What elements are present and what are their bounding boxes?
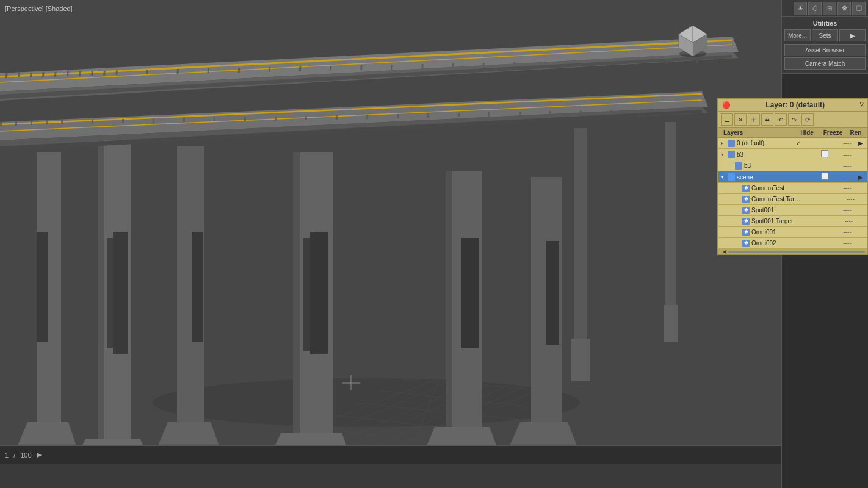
status-bar: 1 / 100 ▶ bbox=[0, 445, 781, 464]
layer-name: Omni002 bbox=[751, 240, 786, 246]
layer-render-col: ---- bbox=[838, 174, 856, 181]
sun-icon[interactable]: ☀ bbox=[794, 2, 807, 15]
svg-rect-71 bbox=[336, 115, 338, 120]
layer-type-icon: � bbox=[742, 240, 750, 247]
layer-arrow: ▶ bbox=[856, 140, 865, 146]
layer-row[interactable]: � Omni002 ---- bbox=[718, 238, 867, 249]
layer-row[interactable]: ▾ b3 ---- bbox=[718, 149, 867, 160]
layer-panel-toolbar: ☰ ✕ ✛ ⬌ ↶ ↷ ⟳ bbox=[718, 112, 867, 128]
layer-tool-delete[interactable]: ✕ bbox=[734, 113, 747, 126]
layer-tool-refresh[interactable]: ☰ bbox=[721, 113, 733, 126]
layer-tool-add[interactable]: ✛ bbox=[748, 113, 760, 126]
layer-row[interactable]: ▸ 0 (default) ✓ ---- ▶ bbox=[718, 138, 867, 149]
svg-marker-112 bbox=[510, 422, 576, 444]
layer-expand-icon: ▸ bbox=[721, 140, 727, 146]
header-hide: Hide bbox=[795, 129, 819, 136]
layer-row[interactable]: ▾ scene ---- ▶ bbox=[718, 171, 867, 183]
svg-rect-70 bbox=[305, 116, 307, 120]
svg-rect-107 bbox=[192, 232, 203, 342]
sets-button[interactable]: Sets bbox=[812, 29, 838, 41]
svg-rect-69 bbox=[275, 117, 277, 121]
layer-type-icon bbox=[735, 162, 742, 170]
svg-marker-108 bbox=[159, 422, 219, 444]
status-separator: / bbox=[13, 451, 15, 459]
svg-rect-18 bbox=[665, 122, 676, 305]
grid-icon[interactable]: ⊞ bbox=[823, 2, 836, 15]
svg-rect-61 bbox=[46, 120, 48, 124]
svg-rect-72 bbox=[366, 115, 368, 119]
extra-button[interactable]: ▶ bbox=[839, 29, 866, 41]
layer-tool-move[interactable]: ⬌ bbox=[761, 113, 773, 126]
layer-name: Omni001 bbox=[751, 229, 786, 235]
layer-row[interactable]: � Spot001.Target ---- bbox=[718, 216, 867, 227]
layer-render-col: ---- bbox=[838, 207, 856, 214]
scrollbar-track[interactable] bbox=[728, 251, 865, 253]
svg-rect-20 bbox=[574, 128, 587, 342]
svg-rect-76 bbox=[488, 112, 490, 117]
settings-icon[interactable]: ⚙ bbox=[837, 2, 851, 15]
layer-list: ▸ 0 (default) ✓ ---- ▶ ▾ b3 ---- bbox=[718, 138, 867, 249]
asset-browser-button[interactable]: Asset Browser bbox=[784, 44, 866, 56]
toggle-icon[interactable]: ❑ bbox=[852, 2, 866, 15]
hex-icon[interactable]: ⬡ bbox=[808, 2, 822, 15]
layer-row[interactable]: � Spot001 ---- bbox=[718, 205, 867, 216]
layer-tool-redo[interactable]: ↷ bbox=[788, 113, 800, 126]
layer-hide-col: ✓ bbox=[786, 140, 811, 146]
status-total: 100 bbox=[20, 451, 31, 459]
utilities-header: Utilities bbox=[784, 20, 866, 27]
svg-rect-74 bbox=[427, 113, 429, 118]
svg-rect-75 bbox=[458, 113, 460, 117]
layer-row[interactable]: � Omni001 ---- bbox=[718, 227, 867, 238]
svg-rect-103 bbox=[37, 232, 48, 342]
svg-rect-66 bbox=[183, 118, 185, 122]
svg-rect-65 bbox=[153, 118, 154, 123]
layer-type-icon: � bbox=[742, 218, 750, 225]
viewport-label: [Perspective] [Shaded] bbox=[5, 5, 73, 12]
svg-rect-19 bbox=[664, 305, 678, 342]
layer-row[interactable]: � CameraTest.Tar… ---- bbox=[718, 194, 867, 205]
svg-rect-92 bbox=[293, 152, 300, 439]
layer-panel-icon: 🔴 bbox=[722, 101, 731, 109]
svg-rect-94 bbox=[303, 238, 310, 351]
layer-render-col: ---- bbox=[838, 185, 856, 192]
layer-scrollbar[interactable]: ◀ bbox=[718, 249, 867, 254]
status-next-button[interactable]: ▶ bbox=[37, 451, 42, 459]
layer-row[interactable]: � CameraTest ---- bbox=[718, 183, 867, 194]
layer-name: scene bbox=[737, 174, 786, 181]
layer-panel: 🔴 Layer: 0 (default) ? ☰ ✕ ✛ ⬌ ↶ ↷ ⟳ Lay… bbox=[717, 98, 868, 255]
viewport[interactable]: [Perspective] [Shaded] 1 / 100 ▶ bbox=[0, 0, 781, 464]
layer-type-icon bbox=[728, 140, 735, 147]
layer-name: 0 (default) bbox=[737, 140, 786, 146]
cube-widget[interactable] bbox=[671, 18, 714, 61]
more-button[interactable]: More... bbox=[784, 29, 811, 41]
layer-name: b3 bbox=[744, 162, 786, 169]
scroll-left-button[interactable]: ◀ bbox=[721, 248, 728, 256]
svg-rect-63 bbox=[92, 120, 93, 124]
layer-name: Spot001.Target bbox=[751, 218, 793, 224]
svg-rect-98 bbox=[446, 171, 452, 433]
layer-type-icon: � bbox=[742, 229, 750, 236]
layer-expand-icon: ▾ bbox=[721, 174, 727, 180]
layer-render-col: ---- bbox=[838, 140, 856, 146]
layer-type-icon bbox=[728, 151, 735, 158]
layer-render-col: ---- bbox=[841, 218, 857, 224]
camera-match-button[interactable]: Camera Match bbox=[784, 57, 866, 70]
header-layers: Layers bbox=[721, 129, 795, 136]
layer-arrow: ▶ bbox=[856, 174, 865, 181]
layer-row[interactable]: b3 ---- bbox=[718, 160, 867, 171]
svg-rect-99 bbox=[461, 238, 479, 348]
utilities-buttons: More... Sets ▶ bbox=[784, 29, 866, 41]
svg-rect-60 bbox=[31, 121, 32, 125]
layer-tool-undo[interactable]: ↶ bbox=[775, 113, 787, 126]
layer-name: b3 bbox=[737, 151, 786, 158]
layer-name: Spot001 bbox=[751, 207, 786, 214]
layer-render-col: ---- bbox=[838, 162, 856, 169]
svg-rect-21 bbox=[571, 339, 590, 381]
svg-rect-86 bbox=[98, 140, 104, 445]
svg-rect-64 bbox=[122, 119, 124, 123]
svg-marker-104 bbox=[18, 422, 76, 444]
layer-panel-help-button[interactable]: ? bbox=[859, 101, 864, 109]
layer-type-icon bbox=[728, 173, 735, 181]
svg-rect-93 bbox=[310, 232, 328, 354]
layer-tool-reset[interactable]: ⟳ bbox=[801, 113, 814, 126]
